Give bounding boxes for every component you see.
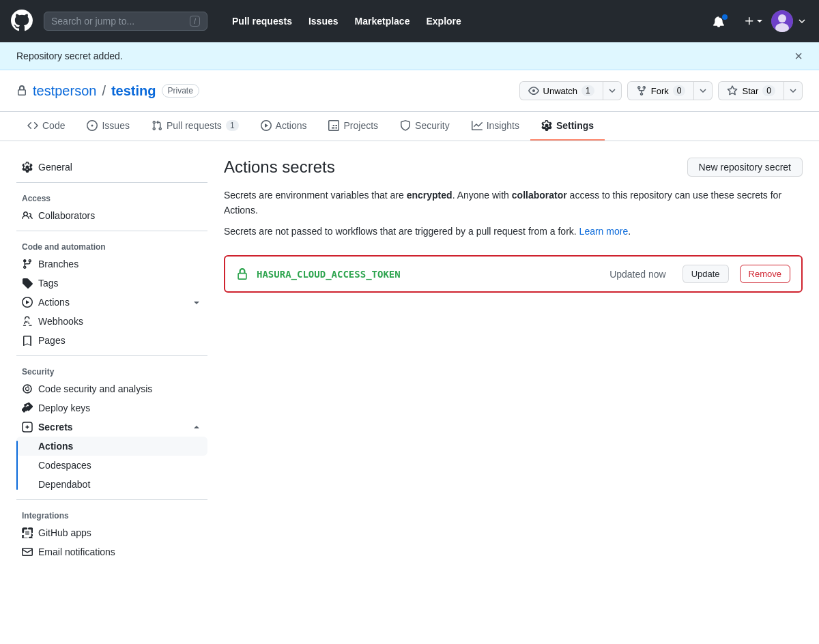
tab-actions[interactable]: Actions xyxy=(250,112,318,141)
sidebar-secrets-expanded: Actions Codespaces Dependabot xyxy=(16,437,207,494)
star-chevron-button[interactable] xyxy=(784,81,803,100)
tab-code[interactable]: Code xyxy=(16,112,76,141)
tab-security[interactable]: Security xyxy=(389,112,461,141)
repo-header: testperson / testing Private Unwatch 1 xyxy=(0,70,819,112)
search-slash-icon: / xyxy=(190,16,200,27)
chevron-down-watch-icon xyxy=(609,87,616,94)
repo-action-buttons: Unwatch 1 Fork 0 xyxy=(519,81,803,100)
avatar[interactable] xyxy=(771,10,793,32)
create-button[interactable] xyxy=(738,13,768,29)
sidebar-item-general[interactable]: General xyxy=(16,158,207,177)
sidebar-item-actions[interactable]: Actions xyxy=(16,293,207,312)
new-repository-secret-button[interactable]: New repository secret xyxy=(687,158,803,177)
search-box[interactable]: Search or jump to... / xyxy=(44,12,207,31)
sidebar-secrets-actions-label: Actions xyxy=(38,441,73,452)
secret-item: HASURA_CLOUD_ACCESS_TOKEN Updated now Up… xyxy=(224,255,803,293)
sidebar-item-pages[interactable]: Pages xyxy=(16,331,207,350)
sidebar-pages-label: Pages xyxy=(38,335,66,346)
github-logo[interactable] xyxy=(11,10,33,33)
secret-updated: Updated now xyxy=(609,269,666,280)
eye-icon xyxy=(528,85,539,96)
fork-count: 0 xyxy=(673,85,686,96)
sidebar-integrations-title: Integrations xyxy=(16,506,207,523)
sidebar-item-github-apps[interactable]: GitHub apps xyxy=(16,523,207,542)
banner-message: Repository secret added. xyxy=(16,50,123,61)
sidebar-email-notifications-label: Email notifications xyxy=(38,546,115,557)
tab-pr-label: Pull requests xyxy=(167,120,222,131)
sidebar-item-code-security[interactable]: Code security and analysis xyxy=(16,379,207,398)
sidebar-item-secrets-dependabot[interactable]: Dependabot xyxy=(16,475,207,494)
secrets-description: Secrets are environment variables that a… xyxy=(224,188,803,239)
sidebar-item-tags[interactable]: Tags xyxy=(16,274,207,293)
svg-rect-5 xyxy=(25,531,29,535)
unwatch-button[interactable]: Unwatch 1 xyxy=(519,81,603,100)
star-button[interactable]: Star 0 xyxy=(718,81,784,100)
chevron-down-actions-icon xyxy=(191,297,202,308)
desc-bold2: collaborator xyxy=(512,190,567,201)
svg-point-1 xyxy=(778,14,786,23)
tag-icon xyxy=(22,278,33,289)
active-indicator xyxy=(16,441,18,490)
sidebar-item-collaborators[interactable]: Collaborators xyxy=(16,206,207,225)
top-nav-right xyxy=(707,10,808,32)
gear-small-icon xyxy=(22,162,33,173)
sidebar-item-email-notifications[interactable]: Email notifications xyxy=(16,542,207,561)
codescan-icon xyxy=(22,383,33,394)
secret-remove-button[interactable]: Remove xyxy=(740,265,790,283)
tab-nav: Code Issues Pull requests 1 Actions Proj… xyxy=(0,112,819,141)
learn-more-link[interactable]: Learn more xyxy=(579,226,629,237)
sidebar-item-branches[interactable]: Branches xyxy=(16,254,207,274)
sidebar-secrets-dependabot-label: Dependabot xyxy=(38,479,90,490)
description-line2: Secrets are not passed to workflows that… xyxy=(224,224,803,239)
watch-chevron-button[interactable] xyxy=(603,81,622,100)
repo-name-link[interactable]: testing xyxy=(111,83,156,99)
tab-insights[interactable]: Insights xyxy=(461,112,530,141)
issue-icon xyxy=(87,120,98,131)
sidebar-github-apps-label: GitHub apps xyxy=(38,527,91,538)
repo-owner-link[interactable]: testperson xyxy=(33,83,96,99)
tab-settings-label: Settings xyxy=(556,120,594,131)
repo-separator: / xyxy=(102,83,106,99)
secret-name: HASURA_CLOUD_ACCESS_TOKEN xyxy=(257,269,601,280)
star-icon xyxy=(727,85,738,96)
code-icon xyxy=(27,120,38,131)
tab-pull-requests[interactable]: Pull requests 1 xyxy=(141,112,250,141)
secret-update-button[interactable]: Update xyxy=(682,265,729,283)
fork-icon xyxy=(636,85,647,96)
tab-issues[interactable]: Issues xyxy=(76,112,140,141)
sidebar-item-secrets-actions[interactable]: Actions xyxy=(16,437,207,456)
sidebar-item-webhooks[interactable]: Webhooks xyxy=(16,312,207,331)
branch-icon xyxy=(22,259,33,269)
nav-pull-requests[interactable]: Pull requests xyxy=(224,16,300,27)
sidebar-item-secrets[interactable]: Secrets xyxy=(16,418,207,437)
sidebar-general-label: General xyxy=(38,162,72,173)
notification-dot xyxy=(722,14,728,20)
fork-action: Fork 0 xyxy=(627,81,713,100)
nav-explore[interactable]: Explore xyxy=(418,16,469,27)
sidebar-item-deploy-keys[interactable]: Deploy keys xyxy=(16,398,207,418)
tab-security-label: Security xyxy=(415,120,450,131)
fork-chevron-button[interactable] xyxy=(694,81,713,100)
chevron-down-small-icon xyxy=(756,18,763,25)
tab-pr-badge: 1 xyxy=(226,120,239,131)
sidebar-branches-label: Branches xyxy=(38,259,78,269)
banner-close-button[interactable]: × xyxy=(794,49,803,63)
sidebar-tags-label: Tags xyxy=(38,278,59,289)
notifications-button[interactable] xyxy=(707,12,736,30)
pull-request-icon xyxy=(152,120,162,131)
repo-title: testperson / testing Private xyxy=(16,83,199,99)
chevron-up-secrets-icon xyxy=(191,422,202,433)
star-action: Star 0 xyxy=(718,81,803,100)
play-circle-icon xyxy=(22,297,33,308)
fork-button[interactable]: Fork 0 xyxy=(627,81,695,100)
lock-icon xyxy=(16,85,27,96)
star-label: Star xyxy=(742,86,758,96)
sidebar-item-secrets-codespaces[interactable]: Codespaces xyxy=(16,456,207,475)
search-placeholder: Search or jump to... xyxy=(51,16,134,27)
nav-marketplace[interactable]: Marketplace xyxy=(347,16,418,27)
nav-issues[interactable]: Issues xyxy=(300,16,347,27)
avatar-chevron[interactable] xyxy=(796,16,808,27)
tab-projects[interactable]: Projects xyxy=(317,112,389,141)
star-count: 0 xyxy=(762,85,775,96)
tab-settings[interactable]: Settings xyxy=(530,112,605,141)
